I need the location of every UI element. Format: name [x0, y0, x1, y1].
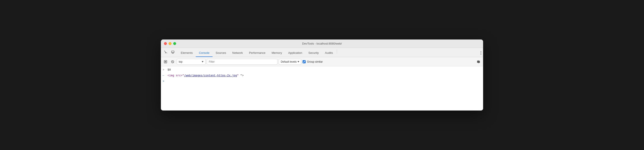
tab-icons	[163, 49, 176, 57]
tab-application[interactable]: Application	[285, 48, 306, 57]
svg-point-3	[481, 52, 481, 52]
console-input-prompt: >	[163, 80, 166, 83]
html-quote-open: "	[182, 74, 184, 77]
device-icon[interactable]	[170, 49, 176, 55]
tab-network[interactable]: Network	[229, 48, 246, 57]
html-tag-open: <img src=	[168, 74, 182, 77]
maximize-button[interactable]	[173, 42, 176, 45]
console-line-return: ← <img src="/web/images/content-https-2x…	[161, 73, 483, 79]
dropdown-arrow-icon	[202, 61, 204, 62]
tab-elements[interactable]: Elements	[178, 48, 196, 57]
context-value: top	[179, 60, 201, 63]
console-prompt-return: ←	[163, 74, 166, 78]
traffic-lights	[164, 42, 176, 45]
clear-button[interactable]	[170, 59, 176, 65]
group-similar-checkbox[interactable]	[302, 60, 306, 63]
settings-button[interactable]	[476, 59, 481, 65]
gear-icon	[477, 60, 480, 64]
tab-performance[interactable]: Performance	[246, 48, 268, 57]
html-src-link[interactable]: /web/images/content-https-2x.jpg	[184, 74, 237, 77]
tab-sources[interactable]: Sources	[212, 48, 229, 57]
svg-rect-0	[172, 51, 174, 53]
window-title: DevTools - localhost:8080/web/	[302, 42, 342, 45]
group-similar-label[interactable]: Group similar	[302, 60, 323, 63]
tab-security[interactable]: Security	[305, 48, 322, 57]
filter-input[interactable]	[207, 59, 278, 65]
tab-bar: Elements Console Sources Network Perform…	[161, 48, 483, 57]
tab-audits[interactable]: Audits	[322, 48, 336, 57]
console-cursor	[168, 80, 169, 83]
svg-line-8	[172, 61, 173, 62]
html-quote-close: "	[237, 74, 239, 77]
execute-button[interactable]	[163, 59, 168, 65]
minimize-button[interactable]	[168, 42, 172, 45]
tab-separator	[337, 50, 337, 54]
svg-point-5	[481, 54, 481, 55]
svg-point-4	[481, 53, 481, 54]
console-return-value: <img src="/web/images/content-https-2x.j…	[168, 74, 244, 78]
devtools-window: DevTools - localhost:8080/web/ Elements …	[161, 40, 483, 110]
console-line-input: > $0	[161, 67, 483, 73]
context-selector[interactable]: top	[177, 59, 206, 65]
close-button[interactable]	[164, 42, 167, 45]
tab-console[interactable]: Console	[196, 48, 212, 57]
levels-dropdown-icon	[298, 61, 299, 62]
html-tag-close: ">	[239, 74, 244, 77]
inspect-icon[interactable]	[163, 49, 169, 55]
console-toolbar: top Default levels Group similar	[161, 57, 483, 66]
console-prompt-input: >	[163, 68, 166, 72]
levels-label: Default levels	[281, 60, 296, 63]
group-similar-text: Group similar	[307, 60, 323, 63]
console-input-line[interactable]: >	[161, 79, 483, 84]
tab-memory[interactable]: Memory	[268, 48, 285, 57]
title-bar: DevTools - localhost:8080/web/	[161, 40, 483, 48]
console-value-dollar0: $0	[168, 68, 171, 72]
more-tabs-button[interactable]	[480, 51, 481, 57]
console-content: > $0 ← <img src="/web/images/content-htt…	[161, 66, 483, 110]
levels-selector[interactable]: Default levels	[279, 59, 301, 65]
